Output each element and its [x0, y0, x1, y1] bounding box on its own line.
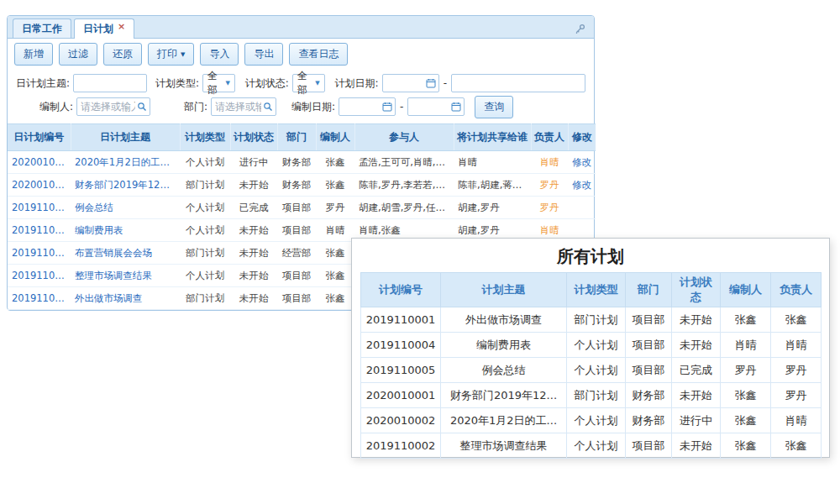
search-button[interactable]: 查询: [475, 96, 513, 118]
dept-cell: 项目部: [277, 197, 316, 219]
plan-type-cell: 部门计划: [567, 383, 626, 408]
table-row[interactable]: 2019110004编制费用表个人计划项目部未开始肖晴肖晴: [361, 333, 822, 358]
plan-date-from-input[interactable]: [382, 74, 439, 92]
plan-id-link[interactable]: 2020010001: [8, 174, 71, 197]
view-log-button[interactable]: 查看日志: [289, 43, 348, 66]
all-plans-window: 所有计划 计划编号 计划主题 计划类型 部门 计划状态 编制人 负责人 2019…: [351, 238, 830, 458]
col-header-participants[interactable]: 参与人: [354, 124, 454, 151]
shared-with-cell: 肖晴: [454, 151, 531, 174]
plan-status-cell: 未开始: [230, 265, 277, 287]
status-filter-select[interactable]: 全部 ▼: [292, 74, 325, 92]
col-header-subject: 计划主题: [441, 273, 567, 307]
compile-date-from-input[interactable]: [339, 97, 396, 116]
plan-date-from-field[interactable]: [383, 77, 426, 89]
col-header-type[interactable]: 计划类型: [180, 124, 230, 151]
table-row[interactable]: 20200100022020年1月2日的工作日...个人计划进行中财务部张鑫孟浩…: [8, 151, 596, 174]
col-header-owner[interactable]: 负责人: [531, 124, 568, 151]
plan-id-cell: 2019110001: [361, 307, 441, 333]
compile-date-to-input[interactable]: [407, 97, 465, 116]
plan-subject-cell: 整理市场调查结果: [441, 433, 567, 459]
table-row[interactable]: 2020010001财务部门2019年12月的...部门计划未开始财务部张鑫陈菲…: [8, 174, 596, 197]
col-header-shared-with[interactable]: 将计划共享给谁: [454, 124, 531, 151]
plan-id-link[interactable]: 2019110001: [8, 287, 71, 310]
col-header-plan-id[interactable]: 日计划编号: [8, 124, 71, 151]
compile-date-to-field[interactable]: [408, 101, 451, 113]
restore-button[interactable]: 还原: [103, 43, 142, 66]
plan-subject-link[interactable]: 2020年1月2日的工作日...: [71, 151, 180, 174]
dept-cell: 项目部: [626, 358, 672, 383]
plan-subject-link[interactable]: 布置营销展会会场: [71, 242, 180, 265]
status-filter-label: 计划状态:: [245, 76, 289, 91]
table-row[interactable]: 2019110001外出做市场调查部门计划项目部未开始张鑫张鑫: [361, 307, 822, 333]
plan-subject-cell: 2020年1月2日的工...: [441, 408, 567, 433]
dept-cell: 项目部: [626, 307, 672, 333]
plan-date-filter-label: 计划日期:: [335, 76, 379, 91]
plan-subject-link[interactable]: 例会总结: [71, 197, 180, 219]
plan-type-cell: 个人计划: [180, 219, 230, 242]
plan-subject-link[interactable]: 外出做市场调查: [71, 287, 180, 310]
date-range-separator: -: [400, 101, 403, 113]
dept-cell: 项目部: [626, 333, 672, 358]
modify-link[interactable]: 修改: [568, 151, 596, 174]
plan-id-link[interactable]: 2020010002: [8, 151, 71, 174]
table-row[interactable]: 20200100022020年1月2日的工...个人计划财务部进行中张鑫肖晴: [361, 408, 822, 433]
owner-link[interactable]: 肖晴: [531, 151, 568, 174]
author-filter-input[interactable]: [76, 97, 150, 116]
author-cell: 张鑫: [316, 174, 354, 197]
col-header-modify[interactable]: 修改: [568, 124, 596, 151]
table-row[interactable]: 2020010001财务部门2019年12...部门计划财务部未开始张鑫罗丹: [361, 383, 822, 408]
table-row[interactable]: 2019110002整理市场调查结果个人计划项目部未开始张鑫张鑫: [361, 433, 822, 459]
chevron-down-icon: ▼: [181, 51, 185, 58]
dept-filter-field[interactable]: [212, 101, 263, 113]
plan-subject-link[interactable]: 编制费用表: [71, 219, 180, 242]
dept-cell: 项目部: [277, 265, 316, 287]
filter-button[interactable]: 过滤: [59, 43, 97, 66]
close-icon[interactable]: ×: [118, 21, 125, 32]
search-icon: [263, 102, 273, 112]
calendar-icon: [451, 102, 461, 112]
plan-date-to-input[interactable]: [451, 74, 585, 92]
col-header-subject[interactable]: 日计划主题: [71, 124, 180, 151]
add-button[interactable]: 新增: [14, 43, 53, 66]
plan-status-cell: 未开始: [230, 219, 277, 242]
dept-filter-input[interactable]: [211, 97, 276, 116]
author-cell: 张鑫: [316, 287, 354, 310]
compile-date-filter-label: 编制日期:: [286, 100, 335, 114]
owner-cell: 肖晴: [771, 408, 822, 433]
col-header-dept[interactable]: 部门: [277, 124, 316, 151]
tab-daily-plan[interactable]: 日计划 ×: [74, 18, 134, 39]
plan-id-link[interactable]: 2019110003: [8, 242, 71, 265]
plan-id-link[interactable]: 2019110005: [8, 197, 71, 219]
import-button[interactable]: 导入: [200, 43, 239, 66]
filter-row-1: 日计划主题: 计划类型: 全部 ▼ 计划状态: 全部 ▼ 计划日期:: [16, 71, 585, 95]
plan-status-cell: 已完成: [672, 358, 721, 383]
subject-filter-input[interactable]: [73, 74, 147, 92]
print-button[interactable]: 打印 ▼: [148, 43, 194, 66]
type-filter-select[interactable]: 全部 ▼: [202, 74, 235, 92]
plan-id-link[interactable]: 2019110002: [8, 265, 71, 287]
author-filter-field[interactable]: [77, 101, 137, 113]
plan-subject-link[interactable]: 财务部门2019年12月的...: [71, 174, 180, 197]
plan-type-cell: 个人计划: [180, 151, 230, 174]
dept-filter-label: 部门:: [159, 100, 207, 114]
table-row[interactable]: 2019110005例会总结个人计划项目部已完成罗丹罗丹: [361, 358, 822, 383]
plan-subject-link[interactable]: 整理市场调查结果: [71, 265, 180, 287]
modify-link[interactable]: 修改: [568, 174, 596, 197]
dept-cell: 项目部: [626, 433, 672, 459]
tab-daily-work[interactable]: 日常工作: [13, 18, 71, 38]
table-row[interactable]: 2019110005例会总结个人计划已完成项目部罗丹胡建,胡雪,罗丹,任晓...…: [8, 197, 596, 219]
col-header-status[interactable]: 计划状态: [230, 124, 277, 151]
author-cell: 罗丹: [721, 358, 771, 383]
export-button[interactable]: 导出: [244, 43, 283, 66]
compile-date-from-field[interactable]: [339, 101, 382, 113]
key-icon[interactable]: [575, 22, 585, 38]
owner-link[interactable]: 罗丹: [531, 197, 568, 219]
plan-type-cell: 个人计划: [180, 197, 230, 219]
col-header-author[interactable]: 编制人: [316, 124, 354, 151]
shared-with-cell: 胡建,罗丹: [454, 197, 531, 219]
owner-link[interactable]: 罗丹: [531, 174, 568, 197]
author-cell: 张鑫: [721, 383, 771, 408]
page-title: 所有计划: [360, 245, 821, 267]
plan-id-link[interactable]: 2019110004: [8, 219, 71, 242]
table-header-row: 日计划编号 日计划主题 计划类型 计划状态 部门 编制人 参与人 将计划共享给谁…: [8, 124, 596, 151]
